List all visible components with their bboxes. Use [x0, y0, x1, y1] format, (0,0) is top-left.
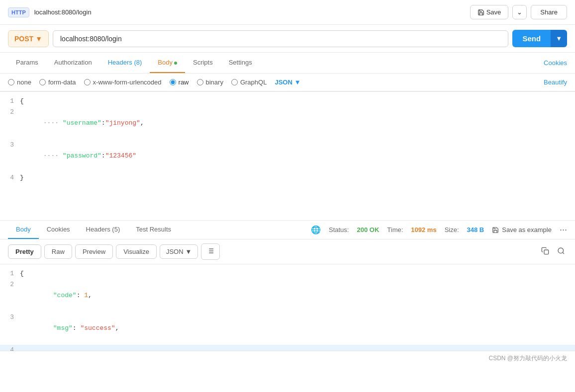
radio-form-data[interactable]: form-data [39, 78, 76, 86]
resp-tab-test-results[interactable]: Test Results [128, 221, 179, 239]
more-options-button[interactable]: ··· [560, 225, 567, 235]
send-button[interactable]: Send [512, 30, 551, 47]
time-label: Time: [387, 226, 403, 234]
url-input[interactable] [53, 30, 508, 47]
request-tabs-bar: Params Authorization Headers (8) Body Sc… [0, 53, 575, 74]
tab-settings[interactable]: Settings [221, 53, 260, 73]
format-visualize-button[interactable]: Visualize [116, 244, 157, 259]
search-button[interactable] [555, 245, 567, 259]
resp-format-right [539, 245, 567, 259]
save-example-icon [492, 227, 499, 234]
cookies-link[interactable]: Cookies [544, 53, 567, 73]
send-dropdown-button[interactable]: ▼ [551, 30, 567, 47]
copy-button[interactable] [539, 245, 551, 259]
resp-line-2: 2 "code": 1, [0, 279, 575, 312]
req-line-1: 1 { [0, 96, 575, 107]
svg-rect-6 [544, 250, 549, 254]
save-dropdown-button[interactable]: ⌄ [512, 5, 527, 19]
tab-scripts[interactable]: Scripts [185, 53, 221, 73]
status-value: 200 OK [357, 226, 379, 234]
tab-params[interactable]: Params [8, 53, 46, 73]
filter-icon [206, 247, 214, 255]
response-code-editor: 1 { 2 "code": 1, 3 "msg": "success", 4 "… [0, 264, 575, 351]
response-meta: 🌐 Status: 200 OK Time: 1092 ms Size: 348… [311, 225, 567, 235]
resp-tab-body[interactable]: Body [8, 221, 39, 239]
body-options: none form-data x-www-form-urlencoded raw… [0, 74, 575, 91]
body-options-left: none form-data x-www-form-urlencoded raw… [8, 78, 301, 86]
tab-authorization[interactable]: Authorization [46, 53, 100, 73]
json-format-select[interactable]: JSON ▼ [275, 78, 300, 86]
format-pretty-button[interactable]: Pretty [8, 244, 41, 259]
response-tabs-bar: Body Cookies Headers (5) Test Results 🌐 … [0, 221, 575, 239]
status-label: Status: [329, 226, 349, 234]
filter-icon-button[interactable] [201, 243, 220, 260]
req-line-2: 2 ···· "username":"jinyong", [0, 107, 575, 140]
resp-line-1: 1 { [0, 268, 575, 279]
radio-urlencoded[interactable]: x-www-form-urlencoded [84, 78, 162, 86]
save-icon [478, 9, 484, 16]
req-line-4: 4 } [0, 172, 575, 183]
globe-icon: 🌐 [311, 225, 321, 235]
top-bar-left: HTTP localhost:8080/login [8, 7, 92, 17]
url-bar: POST ▼ Send ▼ [0, 25, 575, 53]
time-value: 1092 ms [411, 226, 436, 234]
tab-headers[interactable]: Headers (8) [100, 53, 150, 73]
req-line-3: 3 ···· "password":"123456" [0, 140, 575, 172]
method-select[interactable]: POST ▼ [8, 30, 49, 47]
save-as-example-label: Save as example [502, 226, 552, 234]
request-code-editor[interactable]: 1 { 2 ···· "username":"jinyong", 3 ···· … [0, 91, 575, 221]
resp-json-format-select[interactable]: JSON ▼ [160, 244, 198, 259]
radio-graphql[interactable]: GraphQL [231, 78, 267, 86]
save-button[interactable]: Save [470, 5, 509, 19]
resp-tab-cookies[interactable]: Cookies [39, 221, 78, 239]
save-as-example-button[interactable]: Save as example [492, 226, 552, 234]
send-wrapper: Send ▼ [512, 30, 567, 47]
top-bar-url-display: localhost:8080/login [34, 8, 92, 16]
format-raw-button[interactable]: Raw [44, 244, 72, 259]
resp-line-4: 4 "data": "eyJhbGciOiJIUzI1NiJ9. [0, 345, 575, 351]
http-badge: HTTP [8, 7, 29, 17]
copy-icon [541, 247, 549, 255]
response-format-bar: Pretty Raw Preview Visualize JSON ▼ [0, 239, 575, 264]
body-dot [174, 62, 177, 65]
top-bar-right: Save ⌄ Share [470, 5, 567, 19]
share-button[interactable]: Share [531, 5, 567, 19]
resp-format-left: Pretty Raw Preview Visualize JSON ▼ [8, 243, 220, 260]
response-tabs-left: Body Cookies Headers (5) Test Results [8, 221, 179, 239]
search-icon [557, 247, 565, 255]
svg-line-8 [563, 252, 564, 254]
size-value: 348 B [467, 226, 484, 234]
request-tabs-left: Params Authorization Headers (8) Body Sc… [8, 53, 260, 73]
svg-point-7 [558, 248, 564, 253]
watermark: CSDN @努力敲代码的小火龙 [0, 351, 575, 366]
resp-line-3: 3 "msg": "success", [0, 312, 575, 345]
radio-binary[interactable]: binary [197, 78, 223, 86]
size-label: Size: [445, 226, 459, 234]
radio-none[interactable]: none [8, 78, 31, 86]
tab-body[interactable]: Body [150, 53, 185, 73]
resp-tab-headers[interactable]: Headers (5) [78, 221, 128, 239]
radio-raw[interactable]: raw [170, 78, 189, 86]
format-preview-button[interactable]: Preview [75, 244, 113, 259]
top-bar: HTTP localhost:8080/login Save ⌄ Share [0, 0, 575, 25]
beautify-link[interactable]: Beautify [544, 78, 567, 86]
